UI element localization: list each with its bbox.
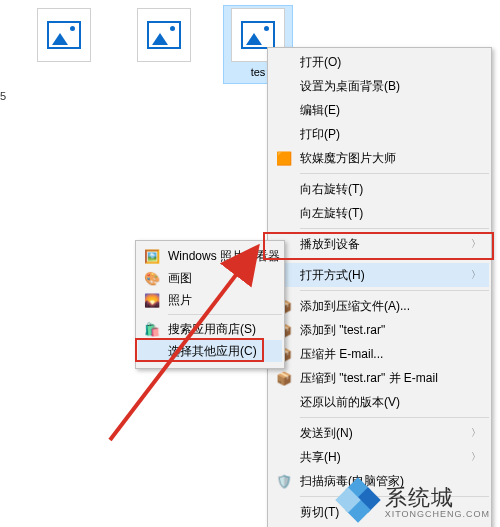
menu-separator: [300, 173, 489, 174]
file-item[interactable]: [130, 8, 198, 66]
picture-icon: [241, 21, 275, 49]
chevron-right-icon: 〉: [471, 237, 481, 251]
menu-separator: [300, 417, 489, 418]
picture-icon: [147, 21, 181, 49]
watermark-title: 系统城: [385, 485, 454, 510]
paint-icon: 🎨: [144, 270, 160, 286]
menu-print[interactable]: 打印(P): [270, 122, 489, 146]
truncated-filename: 5: [0, 90, 6, 102]
shield-icon: 🛡️: [276, 473, 292, 489]
menu-set-background[interactable]: 设置为桌面背景(B): [270, 74, 489, 98]
submenu-paint[interactable]: 🎨画图: [138, 267, 282, 289]
picture-icon: [47, 21, 81, 49]
winrar-icon: 📦: [276, 370, 292, 386]
menu-rotate-left[interactable]: 向左旋转(T): [270, 201, 489, 225]
menu-cast-device[interactable]: 播放到设备〉: [270, 232, 489, 256]
menu-ruanmei[interactable]: 🟧软媒魔方图片大师: [270, 146, 489, 170]
menu-add-testrar[interactable]: 📦添加到 "test.rar": [270, 318, 489, 342]
image-thumbnail: [137, 8, 191, 62]
menu-edit[interactable]: 编辑(E): [270, 98, 489, 122]
desktop-area: 5 tes 打开(O) 设置为桌面背景(B) 编辑(E) 打印(P) 🟧软媒魔方…: [0, 0, 500, 527]
menu-rotate-right[interactable]: 向右旋转(T): [270, 177, 489, 201]
menu-open[interactable]: 打开(O): [270, 50, 489, 74]
menu-add-archive[interactable]: 📦添加到压缩文件(A)...: [270, 294, 489, 318]
image-thumbnail: [37, 8, 91, 62]
menu-separator: [300, 259, 489, 260]
menu-email-archive[interactable]: 📦压缩并 E-mail...: [270, 342, 489, 366]
photo-viewer-icon: 🖼️: [144, 248, 160, 264]
menu-separator: [300, 228, 489, 229]
submenu-photo-viewer[interactable]: 🖼️Windows 照片查看器: [138, 245, 282, 267]
chevron-right-icon: 〉: [471, 268, 481, 282]
file-item[interactable]: [30, 8, 98, 66]
menu-email-testrar[interactable]: 📦压缩到 "test.rar" 并 E-mail: [270, 366, 489, 390]
context-menu: 打开(O) 设置为桌面背景(B) 编辑(E) 打印(P) 🟧软媒魔方图片大师 向…: [267, 47, 492, 527]
app-icon: 🟧: [276, 150, 292, 166]
menu-separator: [168, 314, 282, 315]
menu-send-to[interactable]: 发送到(N)〉: [270, 421, 489, 445]
watermark-subtitle: XITONGCHENG.COM: [385, 509, 490, 519]
menu-restore-previous[interactable]: 还原以前的版本(V): [270, 390, 489, 414]
menu-sharing[interactable]: 共享(H)〉: [270, 445, 489, 469]
store-icon: 🛍️: [144, 321, 160, 337]
submenu-search-store[interactable]: 🛍️搜索应用商店(S): [138, 318, 282, 340]
submenu-choose-app[interactable]: 选择其他应用(C): [138, 340, 282, 362]
chevron-right-icon: 〉: [471, 450, 481, 464]
open-with-submenu: 🖼️Windows 照片查看器 🎨画图 🌄照片 🛍️搜索应用商店(S) 选择其他…: [135, 240, 285, 369]
watermark-logo-icon: [339, 481, 379, 521]
watermark: 系统城 XITONGCHENG.COM: [339, 481, 490, 521]
menu-open-with[interactable]: 打开方式(H)〉: [270, 263, 489, 287]
menu-separator: [300, 290, 489, 291]
photos-icon: 🌄: [144, 292, 160, 308]
submenu-photos[interactable]: 🌄照片: [138, 289, 282, 311]
chevron-right-icon: 〉: [471, 426, 481, 440]
